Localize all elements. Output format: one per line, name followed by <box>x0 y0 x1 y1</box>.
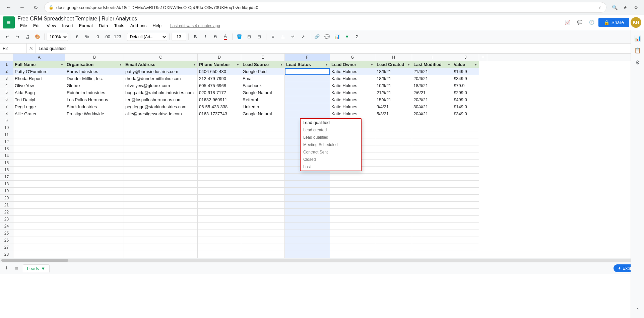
cell-E9[interactable] <box>241 117 285 124</box>
zoom-select[interactable]: 100% <box>47 33 68 41</box>
currency-button[interactable]: £ <box>72 32 82 42</box>
cell-B10[interactable] <box>65 124 124 131</box>
cell-F21[interactable] <box>285 202 330 209</box>
text-wrap-button[interactable]: ↵ <box>288 32 298 42</box>
cell-A23[interactable] <box>13 216 65 223</box>
cell-J23[interactable] <box>452 216 479 223</box>
cell-B4[interactable]: Globex <box>65 82 124 89</box>
cell-H12[interactable] <box>375 138 412 145</box>
cell-C16[interactable] <box>124 167 198 174</box>
row-header-4[interactable]: 4 <box>0 82 13 89</box>
cell-E27[interactable] <box>241 244 285 251</box>
cell-E25[interactable] <box>241 230 285 237</box>
cell-E2[interactable]: Google Paid <box>241 68 285 75</box>
cell-J21[interactable] <box>452 202 479 209</box>
cell-E12[interactable] <box>241 138 285 145</box>
cell-B28[interactable] <box>65 251 124 258</box>
cell-A24[interactable] <box>13 223 65 230</box>
cell-B27[interactable] <box>65 244 124 251</box>
cell-F23[interactable] <box>285 216 330 223</box>
cell-H19[interactable] <box>375 188 412 195</box>
cell-F6[interactable] <box>285 96 330 103</box>
cell-J7[interactable]: £149.0 <box>452 103 479 110</box>
star-icon[interactable]: ☆ <box>598 5 602 10</box>
row-header-19[interactable]: 19 <box>0 188 13 195</box>
cell-G20[interactable] <box>330 195 375 202</box>
cell-G7[interactable]: Katie Holmes <box>330 103 375 110</box>
cell-E22[interactable] <box>241 209 285 216</box>
cell-I2[interactable]: 21/6/21 <box>412 68 452 75</box>
print-button[interactable]: 🖨 <box>23 32 32 42</box>
cell-G23[interactable] <box>330 216 375 223</box>
filter-icon-E1[interactable]: ▼ <box>280 63 283 66</box>
menu-help[interactable]: Help <box>150 22 164 29</box>
panel-icon-3[interactable]: ⚙ <box>632 57 643 68</box>
menu-insert[interactable]: Insert <box>59 22 76 29</box>
cell-B20[interactable] <box>65 195 124 202</box>
cell-C9[interactable] <box>124 117 198 124</box>
cell-J19[interactable] <box>452 188 479 195</box>
dropdown-option-lead-created[interactable]: Lead created <box>301 126 361 134</box>
dropdown-search-input[interactable] <box>301 119 361 126</box>
cell-D18[interactable] <box>198 181 241 188</box>
cell-J3[interactable]: £349.9 <box>452 75 479 82</box>
cell-J15[interactable] <box>452 160 479 167</box>
cell-I21[interactable] <box>412 202 452 209</box>
cell-H10[interactable] <box>375 124 412 131</box>
cell-D11[interactable] <box>198 131 241 138</box>
cell-I1[interactable]: Last Modified ▼ <box>412 61 452 68</box>
cell-G22[interactable] <box>330 209 375 216</box>
cell-C25[interactable] <box>124 230 198 237</box>
row-header-22[interactable]: 22 <box>0 209 13 216</box>
redo-button[interactable]: ↪ <box>13 32 22 42</box>
cell-J11[interactable] <box>452 131 479 138</box>
filter-icon-A1[interactable]: ▼ <box>60 63 64 66</box>
cell-G5[interactable]: Katie Holmes <box>330 89 375 96</box>
row-header-15[interactable]: 15 <box>0 160 13 167</box>
cell-A15[interactable] <box>13 160 65 167</box>
cell-I20[interactable] <box>412 195 452 202</box>
align-left-button[interactable]: ≡ <box>268 32 278 42</box>
cell-C28[interactable] <box>124 251 198 258</box>
cell-B26[interactable] <box>65 237 124 244</box>
filter-icon-G1[interactable]: ▼ <box>370 63 374 66</box>
cell-F27[interactable] <box>285 244 330 251</box>
cell-F25[interactable] <box>285 230 330 237</box>
cell-H5[interactable]: 21/5/21 <box>375 89 412 96</box>
cell-H23[interactable] <box>375 216 412 223</box>
row-header-25[interactable]: 25 <box>0 230 13 237</box>
cell-I9[interactable] <box>412 117 452 124</box>
strikethrough-button[interactable]: S <box>211 32 220 42</box>
cell-C6[interactable]: teri@lospolloshermanos.com <box>124 96 198 103</box>
history-icon[interactable]: 🕐 <box>586 17 597 28</box>
col-header-E[interactable]: E <box>241 54 285 61</box>
cell-H9[interactable] <box>375 117 412 124</box>
reload-button[interactable]: ↻ <box>31 3 40 12</box>
cell-D1[interactable]: Phone Number ▼ <box>198 61 241 68</box>
cell-G21[interactable] <box>330 202 375 209</box>
sheet-tab-leads[interactable]: Leads ▼ <box>23 264 50 272</box>
cell-J16[interactable] <box>452 167 479 174</box>
cell-B22[interactable] <box>65 209 124 216</box>
cell-C5[interactable]: bugg.aida@rainholmindustries.com <box>124 89 198 96</box>
cell-H4[interactable]: 10/6/21 <box>375 82 412 89</box>
cell-F3[interactable] <box>285 75 330 82</box>
cell-A11[interactable] <box>13 131 65 138</box>
cell-C17[interactable] <box>124 174 198 181</box>
cell-B8[interactable]: Prestige Worldwide <box>65 110 124 117</box>
cell-G6[interactable]: Katie Holmes <box>330 96 375 103</box>
col-header-I[interactable]: I <box>412 54 452 61</box>
cell-C24[interactable] <box>124 223 198 230</box>
forward-button[interactable]: → <box>17 3 27 12</box>
cell-D8[interactable]: 0163-1737743 <box>198 110 241 117</box>
cell-E19[interactable] <box>241 188 285 195</box>
cell-J22[interactable] <box>452 209 479 216</box>
fill-color-button[interactable]: 🪣 <box>235 32 244 42</box>
cell-D17[interactable] <box>198 174 241 181</box>
cell-I17[interactable] <box>412 174 452 181</box>
cell-D10[interactable] <box>198 124 241 131</box>
cell-D25[interactable] <box>198 230 241 237</box>
cell-H7[interactable]: 9/4/21 <box>375 103 412 110</box>
cell-B12[interactable] <box>65 138 124 145</box>
cell-C1[interactable]: Email Address ▼ <box>124 61 198 68</box>
